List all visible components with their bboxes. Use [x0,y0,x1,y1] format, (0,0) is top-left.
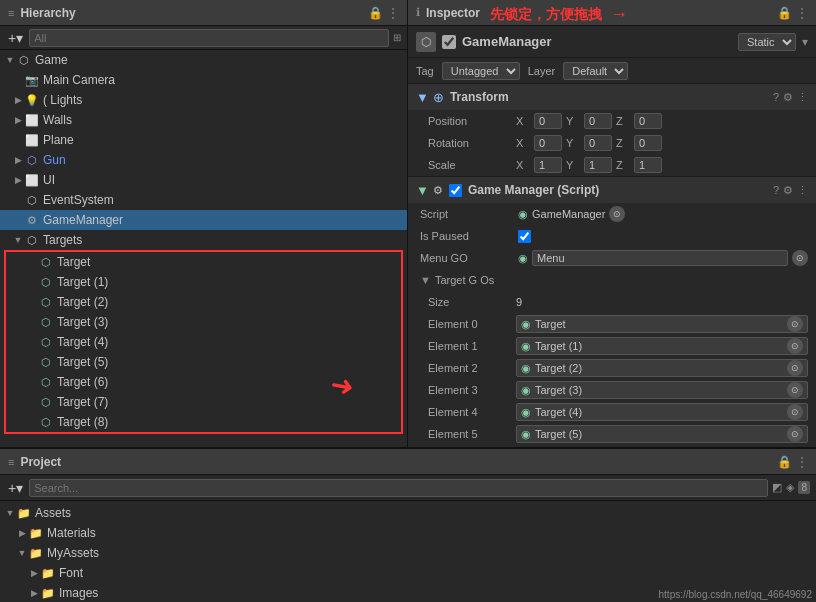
element-0-browse[interactable]: ⊙ [787,316,803,332]
element-3-browse[interactable]: ⊙ [787,382,803,398]
project-filter2-icon[interactable]: ◈ [786,481,794,494]
position-x-input[interactable] [534,113,562,129]
script-enabled-checkbox[interactable] [449,184,462,197]
script-cs-icon: ◉ [518,208,528,221]
layer-dropdown[interactable]: Default [563,62,628,80]
tree-item-targets[interactable]: ▼ ⬡ Targets [0,230,407,250]
expand-myassets[interactable]: ▼ [16,547,28,559]
is-paused-label: Is Paused [420,230,510,242]
hierarchy-search[interactable] [29,29,389,47]
tree-item-lights[interactable]: ▶ 💡 ( Lights [0,90,407,110]
script-more-icon[interactable]: ⋮ [797,184,808,197]
inspector-panel: ℹ Inspector 🔒 ⋮ ⬡ GameManager Static ▾ [408,0,816,447]
tree-item-ui[interactable]: ▶ ⬜ UI [0,170,407,190]
lock-icon[interactable]: 🔒 [368,6,383,20]
element-4-browse[interactable]: ⊙ [787,404,803,420]
project-font[interactable]: ▶ 📁 Font [0,563,816,583]
rotation-x-input[interactable] [534,135,562,151]
target4-icon: ⬡ [38,334,54,350]
target-gos-foldout[interactable]: ▼ Target G Os [408,269,816,291]
add-hierarchy-button[interactable]: +▾ [6,30,25,46]
tree-item-gamemanager[interactable]: ⚙ GameManager [0,210,407,230]
expand-walls[interactable]: ▶ [12,114,24,126]
expand-font[interactable]: ▶ [28,567,40,579]
script-settings2-icon[interactable]: ⚙ [783,184,793,197]
element-2-browse[interactable]: ⊙ [787,360,803,376]
expand-assets[interactable]: ▼ [4,507,16,519]
element-5-browse[interactable]: ⊙ [787,426,803,442]
expand-ui[interactable]: ▶ [12,174,24,186]
expand-gun[interactable]: ▶ [12,154,24,166]
tree-label-lights: ( Lights [43,93,82,107]
tree-item-walls[interactable]: ▶ ⬜ Walls [0,110,407,130]
tree-item-gun[interactable]: ▶ ⬡ Gun [0,150,407,170]
transform-header[interactable]: ▼ ⊕ Transform ? ⚙ ⋮ [408,84,816,110]
position-z-input[interactable] [634,113,662,129]
project-materials[interactable]: ▶ 📁 Materials [0,523,816,543]
project-myassets[interactable]: ▼ 📁 MyAssets [0,543,816,563]
expand-images[interactable]: ▶ [28,587,40,599]
hierarchy-title: Hierarchy [20,6,75,20]
tag-layer-row: Tag Untagged Layer Default [408,58,816,84]
script-name-text: GameManager [532,208,605,220]
tree-item-eventsystem[interactable]: ⬡ EventSystem [0,190,407,210]
gameobject-active-checkbox[interactable] [442,35,456,49]
expand-targets[interactable]: ▼ [12,234,24,246]
menu-go-browse-button[interactable]: ⊙ [792,250,808,266]
tree-item-target3[interactable]: ⬡ Target (3) [6,312,401,332]
project-more-icon[interactable]: ⋮ [796,455,808,469]
transform-settings-icon[interactable]: ⚙ [783,91,793,104]
project-filter1-icon[interactable]: ◩ [772,481,782,494]
project-assets-root[interactable]: ▼ 📁 Assets [0,503,816,523]
tag-dropdown[interactable]: Untagged [442,62,520,80]
script-icons: ? ⚙ ⋮ [773,184,808,197]
expand-target8 [26,416,38,428]
tree-item-target[interactable]: ⬡ Target [6,252,401,272]
inspector-lock-icon[interactable]: 🔒 [777,6,792,20]
tree-item-maincamera[interactable]: 📷 Main Camera [0,70,407,90]
project-lock-icon[interactable]: 🔒 [777,455,792,469]
script-settings-icon[interactable]: ⚙ [433,184,443,197]
rotation-z-input[interactable] [634,135,662,151]
script-help-icon[interactable]: ? [773,184,779,197]
scale-x-input[interactable] [534,157,562,173]
target-gos-fold-icon: ▼ [420,274,431,286]
is-paused-checkbox[interactable] [518,230,531,243]
filter-icon[interactable]: ⊞ [393,32,401,43]
expand-lights[interactable]: ▶ [12,94,24,106]
scale-y-input[interactable] [584,157,612,173]
inspector-more-icon[interactable]: ⋮ [796,6,808,20]
transform-help-icon[interactable]: ? [773,91,779,104]
size-label: Size [428,296,508,308]
script-browse-button[interactable]: ⊙ [609,206,625,222]
expand-proj-materials[interactable]: ▶ [16,527,28,539]
scale-z-input[interactable] [634,157,662,173]
position-y-input[interactable] [584,113,612,129]
eventsystem-icon: ⬡ [24,192,40,208]
target-gos-label: Target G Os [435,274,494,286]
scale-x-label: X [516,159,530,171]
script-header[interactable]: ▼ ⚙ Game Manager (Script) ? ⚙ ⋮ [408,177,816,203]
target6-icon: ⬡ [38,374,54,390]
more-icon[interactable]: ⋮ [387,6,399,20]
tree-item-target8[interactable]: ⬡ Target (8) [6,412,401,432]
hierarchy-header-icons: 🔒 ⋮ [368,6,399,20]
tree-label-target6: Target (6) [57,375,108,389]
element-1-label: Element 1 [428,340,508,352]
project-search[interactable] [29,479,768,497]
tree-item-target4[interactable]: ⬡ Target (4) [6,332,401,352]
element-0-text: Target [535,318,566,330]
tree-item-target1[interactable]: ⬡ Target (1) [6,272,401,292]
tree-item-game[interactable]: ▼ ⬡ Game [0,50,407,70]
rotation-y-input[interactable] [584,135,612,151]
tree-item-target2[interactable]: ⬡ Target (2) [6,292,401,312]
transform-section: ▼ ⊕ Transform ? ⚙ ⋮ Position X [408,84,816,177]
transform-more-icon[interactable]: ⋮ [797,91,808,104]
expand-game[interactable]: ▼ [4,54,16,66]
add-project-button[interactable]: +▾ [6,480,25,496]
tree-label-game: Game [35,53,68,67]
static-dropdown[interactable]: Static [738,33,796,51]
menu-go-name: Menu [532,250,788,266]
tree-item-plane[interactable]: ⬜ Plane [0,130,407,150]
element-1-browse[interactable]: ⊙ [787,338,803,354]
